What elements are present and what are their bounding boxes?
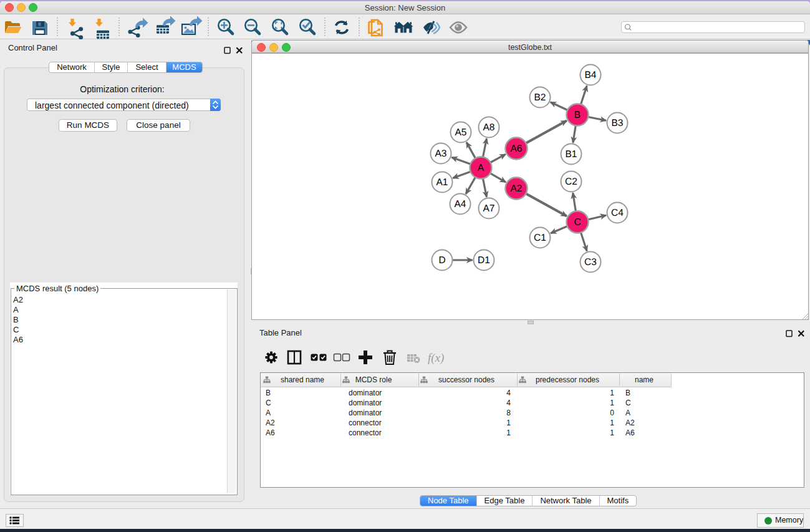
svg-text:C1: C1 [534, 233, 546, 243]
svg-text:A8: A8 [483, 122, 495, 133]
svg-text:shared name: shared name [281, 375, 324, 384]
svg-text:C: C [574, 217, 581, 228]
svg-text:predecessor nodes: predecessor nodes [536, 375, 599, 384]
svg-text:D1: D1 [478, 255, 490, 266]
svg-text:B4: B4 [585, 70, 597, 80]
svg-text:A4: A4 [455, 199, 466, 210]
svg-text:A3: A3 [435, 148, 447, 159]
svg-text:f(x): f(x) [428, 351, 444, 365]
svg-text:B: B [574, 110, 581, 120]
svg-text:B1: B1 [566, 149, 577, 160]
svg-text:A2: A2 [511, 183, 523, 194]
svg-text:A1: A1 [436, 177, 448, 188]
svg-text:A5: A5 [455, 127, 467, 138]
svg-text:B2: B2 [534, 92, 546, 103]
svg-text:C2: C2 [565, 177, 577, 187]
svg-text:A7: A7 [483, 203, 495, 214]
svg-text:C4: C4 [611, 208, 624, 218]
svg-text:D: D [438, 255, 445, 266]
svg-text:A6: A6 [511, 143, 523, 154]
svg-text:name: name [635, 375, 653, 384]
svg-text:A: A [478, 163, 485, 173]
svg-text:successor nodes: successor nodes [438, 375, 494, 384]
svg-text:MCDS role: MCDS role [355, 375, 392, 384]
svg-text:C3: C3 [584, 257, 597, 268]
svg-text:B3: B3 [612, 118, 624, 128]
